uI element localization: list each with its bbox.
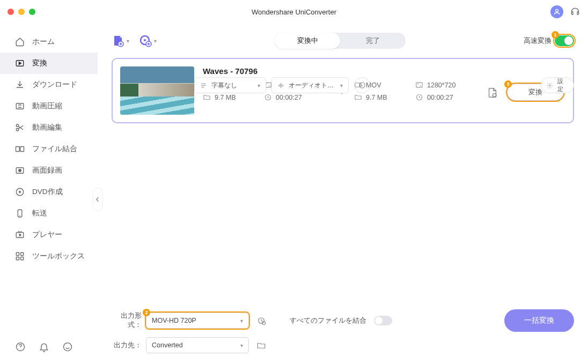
- titlebar: Wondershare UniConverter: [0, 0, 588, 24]
- sidebar-item-label: 動画圧縮: [32, 101, 62, 111]
- output-dest-select[interactable]: Converted ▾: [146, 337, 249, 353]
- support-icon[interactable]: [570, 6, 580, 17]
- toolbar: ▾ ▾ 変換中 完了 高速変換 1: [98, 24, 588, 58]
- account-button[interactable]: [550, 5, 563, 18]
- target-size: 9.7 MB: [366, 94, 387, 101]
- folder-icon: [354, 93, 362, 101]
- sidebar-item-label: 変換: [32, 58, 47, 68]
- subtitle-select[interactable]: 字幕なし ▾: [194, 77, 266, 93]
- sidebar-item-compress[interactable]: 動画圧縮: [0, 95, 98, 117]
- sidebar-item-label: ファイル結合: [32, 144, 77, 154]
- step-badge: 2: [143, 309, 150, 316]
- svg-rect-2: [16, 103, 24, 109]
- app-title: Wondershare UniConverter: [252, 8, 336, 16]
- sidebar: ホーム 変換 ダウンロード 動画圧縮 動画編集 ファイル結合 画面録画 DVD: [0, 24, 98, 364]
- download-icon: [15, 80, 25, 90]
- merge-icon: [15, 144, 25, 154]
- emoji-icon[interactable]: [62, 341, 73, 352]
- svg-rect-15: [16, 257, 19, 260]
- fast-convert-toggle[interactable]: 1: [555, 35, 574, 46]
- sidebar-item-home[interactable]: ホーム: [0, 31, 98, 53]
- folder-open-icon: [256, 340, 266, 350]
- chevron-down-icon: ▾: [127, 38, 129, 44]
- open-folder-button[interactable]: [253, 337, 269, 353]
- add-dvd-button[interactable]: ▾: [139, 34, 157, 47]
- footer-bar: 出力形式： 2 MOV-HD 720P ▾ すべてのファイルを結合 一括変換 出…: [98, 302, 588, 364]
- close-window-button[interactable]: [8, 9, 14, 15]
- add-file-button[interactable]: ▾: [112, 34, 129, 47]
- grid-icon: [15, 251, 25, 261]
- add-disc-icon: [139, 34, 152, 47]
- audio-track-select[interactable]: オーディオトラッ… ▾: [271, 77, 349, 93]
- help-icon[interactable]: [15, 341, 26, 352]
- step-badge: 1: [552, 31, 559, 39]
- svg-point-31: [549, 85, 550, 86]
- svg-point-10: [19, 191, 21, 193]
- sidebar-item-record[interactable]: 画面録画: [0, 160, 98, 181]
- output-dest-label: 出力先：: [112, 341, 142, 350]
- add-file-icon: [112, 34, 124, 47]
- sidebar-item-player[interactable]: プレヤー: [0, 224, 98, 246]
- minimize-window-button[interactable]: [18, 9, 25, 15]
- fast-convert-wrap: 高速変換 1: [524, 35, 574, 46]
- sidebar-item-merge[interactable]: ファイル結合: [0, 138, 98, 160]
- svg-point-21: [144, 39, 146, 41]
- gear-clock-icon: [256, 316, 266, 325]
- bell-icon[interactable]: [39, 341, 49, 352]
- subtitle-icon: [200, 82, 207, 89]
- record-icon: [15, 166, 25, 175]
- home-icon: [15, 37, 25, 47]
- item-settings-button[interactable]: 設定: [541, 77, 574, 93]
- audio-value: オーディオトラッ…: [289, 81, 336, 90]
- scissors-icon: [15, 123, 25, 132]
- zoom-window-button[interactable]: [29, 9, 35, 15]
- batch-convert-button[interactable]: 一括変換: [504, 309, 574, 332]
- sidebar-collapse-handle[interactable]: [93, 189, 102, 210]
- chevron-down-icon: ▾: [240, 318, 243, 324]
- sidebar-item-toolbox[interactable]: ツールボックス: [0, 246, 98, 267]
- fast-convert-label: 高速変換: [524, 36, 552, 46]
- sidebar-item-label: 画面録画: [32, 166, 62, 175]
- svg-point-0: [556, 9, 558, 12]
- format-settings-button[interactable]: [253, 313, 269, 329]
- sidebar-item-label: ツールボックス: [32, 251, 85, 261]
- svg-point-3: [16, 124, 19, 127]
- output-dest-value: Converted: [152, 341, 183, 349]
- sidebar-item-label: ダウンロード: [32, 80, 77, 90]
- main-content: ▾ ▾ 変換中 完了 高速変換 1 Wa: [98, 24, 588, 364]
- svg-point-4: [16, 129, 19, 131]
- subtitle-value: 字幕なし: [211, 81, 253, 90]
- sidebar-item-download[interactable]: ダウンロード: [0, 74, 98, 95]
- chevron-left-icon: [95, 196, 100, 203]
- svg-rect-6: [20, 147, 24, 152]
- output-format-select[interactable]: 2 MOV-HD 720P ▾: [146, 313, 249, 329]
- svg-rect-14: [21, 252, 24, 255]
- step-badge: 3: [504, 80, 512, 88]
- clock-icon: [415, 93, 423, 101]
- info-button[interactable]: [354, 77, 370, 93]
- output-format-value: MOV-HD 720P: [152, 317, 196, 324]
- svg-rect-5: [16, 147, 20, 152]
- disc-icon: [15, 187, 25, 197]
- tab-converting[interactable]: 変換中: [275, 33, 340, 49]
- info-icon: [358, 81, 366, 89]
- sidebar-item-transfer[interactable]: 転送: [0, 203, 98, 224]
- item-settings-label: 設定: [557, 77, 568, 93]
- svg-point-8: [19, 169, 21, 172]
- sidebar-item-dvd[interactable]: DVD作成: [0, 181, 98, 203]
- tab-done[interactable]: 完了: [340, 33, 406, 49]
- merge-files-toggle[interactable]: [374, 316, 392, 325]
- sidebar-item-edit[interactable]: 動画編集: [0, 117, 98, 138]
- clock-icon: [264, 93, 272, 101]
- sidebar-item-label: 動画編集: [32, 123, 62, 132]
- toggle-knob: [564, 36, 573, 45]
- svg-point-9: [16, 188, 24, 196]
- sidebar-item-convert[interactable]: 変換: [0, 53, 98, 74]
- user-icon: [553, 8, 561, 16]
- sidebar-item-label: ホーム: [32, 37, 55, 47]
- folder-icon: [203, 93, 211, 101]
- transfer-icon: [15, 209, 25, 218]
- svg-rect-13: [16, 252, 19, 255]
- svg-rect-16: [21, 257, 24, 260]
- chevron-down-icon: ▾: [240, 343, 243, 348]
